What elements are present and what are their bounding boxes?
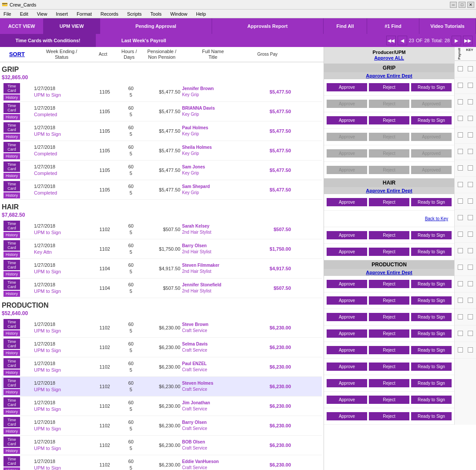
menu-scripts[interactable]: Scripts <box>125 11 144 17</box>
ready-to-sign-button[interactable]: Ready to Sign <box>411 116 452 124</box>
approve-button[interactable]: Approve <box>327 231 367 239</box>
next-page-button[interactable]: ▶ <box>452 36 461 45</box>
time-card-button[interactable]: Time Card <box>3 181 20 191</box>
reject-button[interactable]: Reject <box>369 231 409 239</box>
history-button[interactable]: History <box>3 467 20 470</box>
time-card-button[interactable]: Time Card <box>3 456 20 467</box>
reject-button[interactable]: Reject <box>369 116 409 124</box>
reject-button[interactable]: Reject <box>369 379 409 387</box>
history-button[interactable]: History <box>3 428 20 434</box>
approve-button[interactable]: Approve <box>327 346 367 354</box>
reject-button[interactable]: Reject <box>369 248 409 256</box>
history-button[interactable]: History <box>3 94 20 101</box>
menu-insert[interactable]: Insert <box>54 11 70 17</box>
ready-to-sign-button[interactable]: Ready to Sign <box>411 412 452 420</box>
ready-to-sign-button[interactable]: Ready to Sign <box>411 379 452 387</box>
approve-button[interactable]: Approve <box>327 396 367 404</box>
history-button[interactable]: History <box>3 409 20 415</box>
sort-button[interactable]: SORT <box>2 51 32 58</box>
ready-to-sign-button[interactable]: Ready to Sign <box>411 313 452 321</box>
prev-page-button[interactable]: ◀ <box>398 36 407 45</box>
approvals-report-button[interactable]: Approvals Report <box>212 18 324 34</box>
history-button[interactable]: History <box>3 350 20 356</box>
history-button[interactable]: History <box>3 134 20 140</box>
time-card-button[interactable]: Time Card <box>3 122 20 133</box>
reject-button[interactable]: Reject <box>369 396 409 404</box>
menu-window[interactable]: Window <box>169 11 189 17</box>
reject-button[interactable]: Reject <box>369 280 409 288</box>
last-page-button[interactable]: ▶▶ <box>463 36 473 45</box>
approve-button[interactable]: Approve <box>327 379 367 387</box>
menu-file[interactable]: File <box>2 11 13 17</box>
approve-button[interactable]: Approve <box>327 313 367 321</box>
grip-approve-dept-link[interactable]: Approve Entire Dept <box>324 72 454 79</box>
approve-button[interactable]: Approve <box>327 363 367 371</box>
history-button[interactable]: History <box>3 232 20 238</box>
time-card-button[interactable]: Time Card <box>3 417 20 427</box>
reject-button[interactable]: Reject <box>369 296 409 305</box>
history-button[interactable]: History <box>3 330 20 336</box>
time-card-button[interactable]: Time Card <box>3 260 20 270</box>
approve-button[interactable]: Approve <box>327 83 367 91</box>
approve-button[interactable]: Approve <box>327 296 367 305</box>
reject-button[interactable]: Reject <box>369 363 409 371</box>
ready-to-sign-button[interactable]: Ready to Sign <box>411 198 452 206</box>
acct-view-button[interactable]: ACCT VIEW <box>0 18 44 34</box>
history-button[interactable]: History <box>3 252 20 258</box>
reject-button[interactable]: Reject <box>369 329 409 338</box>
history-button[interactable]: History <box>3 271 20 277</box>
close-button[interactable]: ✕ <box>467 2 474 8</box>
first-page-button[interactable]: ◀◀ <box>386 36 396 45</box>
reject-button[interactable]: Reject <box>369 83 409 91</box>
ready-to-sign-button[interactable]: Ready to Sign <box>411 396 452 404</box>
history-button[interactable]: History <box>3 173 20 179</box>
menu-view[interactable]: View <box>35 11 49 17</box>
reject-button[interactable]: Reject <box>369 412 409 420</box>
hair-approve-dept-link[interactable]: Approve Entire Dept <box>324 187 454 194</box>
time-cards-conditions-button[interactable]: Time Cards with Conditions! <box>0 34 96 47</box>
approve-button[interactable]: Approve <box>327 248 367 256</box>
find-all-button[interactable]: Find All <box>324 18 367 34</box>
time-card-button[interactable]: Time Card <box>3 161 20 172</box>
reject-button[interactable]: Reject <box>369 313 409 321</box>
approve-button[interactable]: Approve <box>327 412 367 420</box>
time-card-button[interactable]: Time Card <box>3 103 20 113</box>
ready-to-sign-button[interactable]: Ready to Sign <box>411 363 452 371</box>
ready-to-sign-button[interactable]: Ready to Sign <box>411 329 452 338</box>
video-tutorials-button[interactable]: Video Tutorials <box>419 18 476 34</box>
time-card-button[interactable]: Time Card <box>3 240 20 251</box>
minimize-button[interactable]: ─ <box>450 2 457 8</box>
menu-records[interactable]: Records <box>99 11 120 17</box>
maximize-button[interactable]: □ <box>459 2 466 8</box>
ready-to-sign-button[interactable]: Ready to Sign <box>411 280 452 288</box>
approve-button[interactable]: Approve <box>327 116 367 124</box>
menu-tools[interactable]: Tools <box>149 11 163 17</box>
approve-button[interactable]: Approve <box>327 280 367 288</box>
ready-to-sign-button[interactable]: Ready to Sign <box>411 83 452 91</box>
ready-to-sign-button[interactable]: Ready to Sign <box>411 346 452 354</box>
history-button[interactable]: History <box>3 389 20 395</box>
reject-button[interactable]: Reject <box>369 346 409 354</box>
time-card-button[interactable]: Time Card <box>3 279 20 290</box>
history-button[interactable]: History <box>3 114 20 120</box>
menu-help[interactable]: Help <box>194 11 208 17</box>
history-button[interactable]: History <box>3 448 20 454</box>
back-to-key-link[interactable]: Back to Key <box>327 215 452 223</box>
history-button[interactable]: History <box>3 369 20 376</box>
approve-button[interactable]: Approve <box>327 198 367 206</box>
time-card-button[interactable]: Time Card <box>3 83 20 94</box>
production-approve-dept-link[interactable]: Approve Entire Dept <box>324 269 454 276</box>
menu-edit[interactable]: Edit <box>18 11 30 17</box>
time-card-button[interactable]: Time Card <box>3 339 20 349</box>
approve-button[interactable]: Approve <box>327 329 367 338</box>
time-card-button[interactable]: Time Card <box>3 142 20 152</box>
upm-view-button[interactable]: UPM VIEW <box>44 18 100 34</box>
menu-format[interactable]: Format <box>75 11 94 17</box>
last-weeks-payroll-button[interactable]: Last Week's Payroll <box>96 34 192 47</box>
time-card-button[interactable]: Time Card <box>3 436 20 447</box>
time-card-button[interactable]: Time Card <box>3 319 20 329</box>
ready-to-sign-button[interactable]: Ready to Sign <box>411 296 452 305</box>
history-button[interactable]: History <box>3 153 20 159</box>
ready-to-sign-button[interactable]: Ready to Sign <box>411 248 452 256</box>
time-card-button[interactable]: Time Card <box>3 358 20 369</box>
